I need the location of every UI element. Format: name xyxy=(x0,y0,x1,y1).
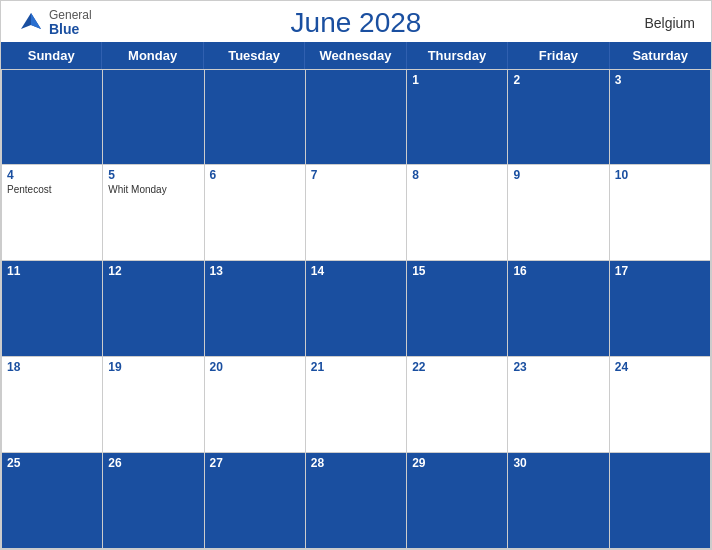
calendar-header: General Blue June 2028 Belgium xyxy=(1,1,711,42)
day-header-saturday: Saturday xyxy=(610,42,711,69)
calendar-container: General Blue June 2028 Belgium SundayMon… xyxy=(0,0,712,550)
cell-date: 18 xyxy=(7,360,97,374)
cell-date: 10 xyxy=(615,168,705,182)
calendar-cell: 20 xyxy=(205,357,306,453)
day-header-thursday: Thursday xyxy=(407,42,508,69)
calendar-cell: 8 xyxy=(407,165,508,261)
cell-date: 1 xyxy=(412,73,502,87)
calendar-cell: 1 xyxy=(407,70,508,166)
cell-date: 7 xyxy=(311,168,401,182)
cell-date: 26 xyxy=(108,456,198,470)
cell-date: 27 xyxy=(210,456,300,470)
calendar-cell: 17 xyxy=(610,261,711,357)
cell-date: 30 xyxy=(513,456,603,470)
calendar-title: June 2028 xyxy=(291,7,422,39)
country-label: Belgium xyxy=(644,15,695,31)
cell-date: 25 xyxy=(7,456,97,470)
cell-date: 3 xyxy=(615,73,705,87)
calendar-cell: 11 xyxy=(2,261,103,357)
calendar-cell: 27 xyxy=(205,453,306,549)
calendar-cell: 16 xyxy=(508,261,609,357)
calendar-cell: 26 xyxy=(103,453,204,549)
calendar-cell xyxy=(205,70,306,166)
calendar-cell: 30 xyxy=(508,453,609,549)
cell-date: 24 xyxy=(615,360,705,374)
calendar-cell: 3 xyxy=(610,70,711,166)
calendar-grid: 1234Pentecost5Whit Monday678910111213141… xyxy=(1,69,711,549)
calendar-cell: 10 xyxy=(610,165,711,261)
cell-date: 2 xyxy=(513,73,603,87)
cell-date: 20 xyxy=(210,360,300,374)
svg-marker-1 xyxy=(31,13,41,29)
calendar-cell: 29 xyxy=(407,453,508,549)
calendar-cell: 19 xyxy=(103,357,204,453)
calendar-cell: 28 xyxy=(306,453,407,549)
day-header-sunday: Sunday xyxy=(1,42,102,69)
logo-bird-icon xyxy=(17,9,45,37)
calendar-cell xyxy=(103,70,204,166)
cell-date: 21 xyxy=(311,360,401,374)
cell-date: 17 xyxy=(615,264,705,278)
calendar-cell: 22 xyxy=(407,357,508,453)
cell-holiday: Pentecost xyxy=(7,184,97,195)
cell-date: 16 xyxy=(513,264,603,278)
calendar-cell: 13 xyxy=(205,261,306,357)
calendar-cell: 4Pentecost xyxy=(2,165,103,261)
calendar-cell: 2 xyxy=(508,70,609,166)
calendar-cell: 21 xyxy=(306,357,407,453)
cell-date: 8 xyxy=(412,168,502,182)
cell-date: 28 xyxy=(311,456,401,470)
calendar-cell: 14 xyxy=(306,261,407,357)
calendar-cell xyxy=(306,70,407,166)
calendar-cell: 25 xyxy=(2,453,103,549)
logo-text: General Blue xyxy=(49,9,92,38)
cell-date: 6 xyxy=(210,168,300,182)
day-header-monday: Monday xyxy=(102,42,203,69)
day-header-friday: Friday xyxy=(508,42,609,69)
cell-date: 29 xyxy=(412,456,502,470)
calendar-cell xyxy=(610,453,711,549)
cell-holiday: Whit Monday xyxy=(108,184,198,195)
calendar-cell: 5Whit Monday xyxy=(103,165,204,261)
calendar-cell: 6 xyxy=(205,165,306,261)
calendar-cell: 24 xyxy=(610,357,711,453)
calendar-cell: 18 xyxy=(2,357,103,453)
cell-date: 4 xyxy=(7,168,97,182)
day-headers: SundayMondayTuesdayWednesdayThursdayFrid… xyxy=(1,42,711,69)
logo-blue-text: Blue xyxy=(49,22,92,37)
cell-date: 9 xyxy=(513,168,603,182)
cell-date: 12 xyxy=(108,264,198,278)
day-header-wednesday: Wednesday xyxy=(305,42,406,69)
cell-date: 11 xyxy=(7,264,97,278)
calendar-cell: 7 xyxy=(306,165,407,261)
day-header-tuesday: Tuesday xyxy=(204,42,305,69)
calendar-cell: 23 xyxy=(508,357,609,453)
cell-date: 19 xyxy=(108,360,198,374)
calendar-cell: 12 xyxy=(103,261,204,357)
cell-date: 23 xyxy=(513,360,603,374)
calendar-cell: 15 xyxy=(407,261,508,357)
cell-date: 13 xyxy=(210,264,300,278)
calendar-cell xyxy=(2,70,103,166)
cell-date: 5 xyxy=(108,168,198,182)
logo-area: General Blue xyxy=(17,9,92,38)
calendar-cell: 9 xyxy=(508,165,609,261)
cell-date: 14 xyxy=(311,264,401,278)
cell-date: 15 xyxy=(412,264,502,278)
cell-date: 22 xyxy=(412,360,502,374)
